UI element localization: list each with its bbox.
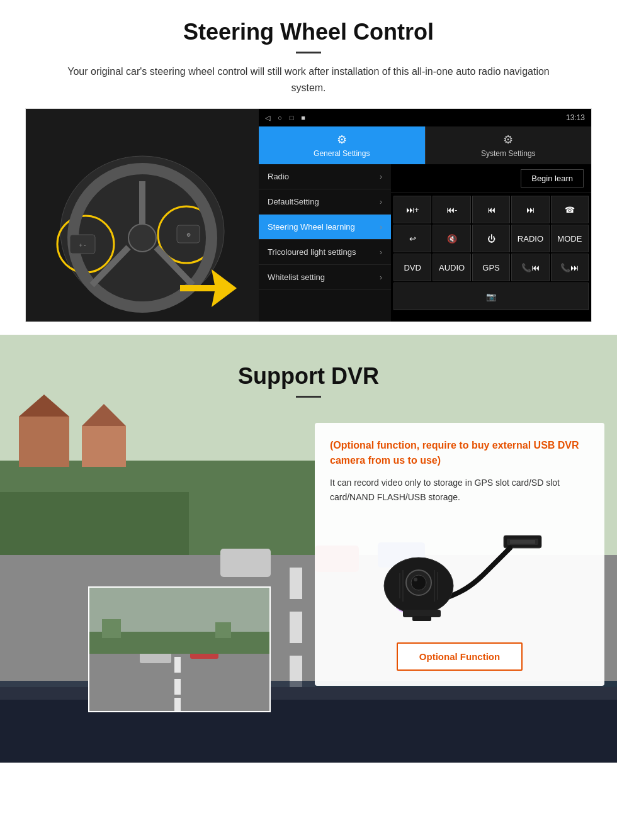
ctrl-call[interactable]: ☎: [551, 196, 589, 223]
title-divider-1: [296, 52, 321, 53]
dvr-camera-illustration: [330, 517, 589, 630]
svg-rect-41: [215, 622, 231, 638]
tab-system-label: System Settings: [481, 149, 536, 158]
menu-radio-label: Radio: [268, 172, 289, 181]
svg-rect-35: [174, 679, 181, 695]
menu-icon: ■: [301, 114, 305, 122]
svg-rect-36: [174, 698, 181, 712]
ctrl-audio[interactable]: AUDIO: [433, 254, 470, 281]
steering-demo-area: + - ⚙ ◁ ○ □ ■ 13:13: [25, 108, 592, 322]
svg-point-49: [414, 578, 417, 581]
back-icon: ◁: [265, 114, 270, 122]
steering-section: Steering Wheel Control Your original car…: [0, 0, 617, 335]
chevron-right-icon-5: ›: [380, 273, 382, 282]
menu-item-steering-wheel[interactable]: Steering Wheel learning ›: [259, 215, 391, 240]
menu-content: Begin learn ⏭+ ⏮- ⏮ ⏭ ☎: [391, 164, 591, 322]
statusbar-nav-icons: ◁ ○ □ ■: [265, 114, 305, 122]
begin-learn-row: Begin learn: [391, 164, 591, 193]
dvr-camera-svg: [365, 523, 554, 624]
settings-gear-icon: ⚙: [337, 133, 347, 147]
android-panel: ◁ ○ □ ■ 13:13 ⚙ General Settings ⚙ Syste…: [259, 109, 591, 322]
dvr-description: It can record video only to storage in G…: [330, 476, 589, 504]
menu-tricoloured-label: Tricoloured light settings: [268, 247, 356, 257]
ctrl-gps[interactable]: GPS: [472, 254, 510, 281]
menu-default-label: DefaultSetting: [268, 197, 319, 206]
svg-rect-22: [290, 568, 302, 599]
ctrl-vol-up[interactable]: ⏭+: [393, 196, 431, 223]
dvr-title: Support DVR: [0, 363, 617, 389]
ctrl-call-next[interactable]: 📞⏭: [551, 254, 589, 281]
svg-point-48: [411, 575, 426, 590]
steering-title: Steering Wheel Control: [25, 19, 592, 45]
chevron-right-icon-3: ›: [380, 223, 382, 232]
ctrl-mute[interactable]: 🔇: [433, 225, 470, 252]
statusbar-time: 13:13: [566, 113, 585, 122]
svg-rect-55: [412, 616, 431, 621]
recents-icon: □: [290, 114, 294, 122]
menu-steering-label: Steering Wheel learning: [268, 222, 355, 232]
menu-list: Radio › DefaultSetting › Steering Wheel …: [259, 164, 391, 322]
control-row-1: ⏭+ ⏮- ⏮ ⏭ ☎: [393, 196, 589, 223]
menu-item-default-setting[interactable]: DefaultSetting ›: [259, 189, 391, 215]
dvr-optional-text: (Optional function, require to buy exter…: [330, 438, 589, 468]
chevron-right-icon-4: ›: [380, 248, 382, 257]
ctrl-dvd[interactable]: DVD: [393, 254, 431, 281]
svg-rect-44: [510, 540, 535, 544]
svg-rect-16: [0, 492, 189, 555]
svg-rect-40: [102, 619, 121, 638]
dvr-info-card: (Optional function, require to buy exter…: [315, 423, 604, 686]
ctrl-camera[interactable]: 📷: [393, 283, 589, 310]
svg-text:⚙: ⚙: [186, 232, 191, 238]
control-row-2: ↩ 🔇 ⏻ RADIO MODE: [393, 225, 589, 252]
android-tabs: ⚙ General Settings ⚙ System Settings: [259, 126, 591, 164]
menu-item-tricoloured[interactable]: Tricoloured light settings ›: [259, 240, 391, 265]
ctrl-mode[interactable]: MODE: [551, 225, 589, 252]
begin-learn-button[interactable]: Begin learn: [521, 169, 584, 188]
steering-wheel-image: + - ⚙: [26, 109, 259, 322]
dvr-thumbnail: [88, 586, 271, 712]
dvr-section: Support DVR (Optional function, require …: [0, 335, 617, 763]
home-icon: ○: [278, 114, 282, 122]
svg-rect-17: [19, 417, 69, 467]
svg-rect-19: [82, 426, 126, 467]
ctrl-vol-down[interactable]: ⏮-: [433, 196, 470, 223]
svg-point-5: [128, 224, 156, 252]
control-row-3: DVD AUDIO GPS 📞⏮ 📞⏭: [393, 254, 589, 281]
chevron-right-icon-2: ›: [380, 198, 382, 206]
optional-function-button[interactable]: Optional Function: [397, 642, 523, 671]
control-grid: ⏭+ ⏮- ⏮ ⏭ ☎ ↩ 🔇 ⏻ RADIO MODE: [391, 193, 591, 313]
ctrl-next[interactable]: ⏭: [511, 196, 549, 223]
ctrl-call-prev[interactable]: 📞⏮: [511, 254, 549, 281]
ctrl-back[interactable]: ↩: [393, 225, 431, 252]
dvr-title-divider: [296, 396, 321, 398]
tab-general-label: General Settings: [314, 149, 370, 158]
android-statusbar: ◁ ○ □ ■ 13:13: [259, 109, 591, 126]
steering-subtitle: Your original car's steering wheel contr…: [50, 64, 567, 96]
dvr-thumbnail-svg: [89, 588, 271, 712]
svg-rect-25: [220, 549, 271, 577]
menu-item-radio[interactable]: Radio ›: [259, 164, 391, 189]
steering-wheel-svg: + - ⚙: [35, 118, 249, 313]
svg-text:+ -: + -: [79, 242, 86, 249]
control-row-4: 📷: [393, 283, 589, 310]
system-icon: ⚙: [503, 133, 513, 147]
dvr-title-container: Support DVR: [0, 335, 617, 398]
svg-rect-23: [290, 612, 302, 643]
tab-system-settings[interactable]: ⚙ System Settings: [425, 126, 592, 164]
svg-rect-34: [174, 657, 181, 673]
chevron-right-icon: ›: [380, 172, 382, 181]
ctrl-prev[interactable]: ⏮: [472, 196, 510, 223]
ctrl-power[interactable]: ⏻: [472, 225, 510, 252]
android-menu-area: Radio › DefaultSetting › Steering Wheel …: [259, 164, 591, 322]
menu-whitelist-label: Whitelist setting: [268, 272, 325, 282]
tab-general-settings[interactable]: ⚙ General Settings: [259, 126, 425, 164]
menu-item-whitelist[interactable]: Whitelist setting ›: [259, 265, 391, 290]
ctrl-radio[interactable]: RADIO: [511, 225, 549, 252]
